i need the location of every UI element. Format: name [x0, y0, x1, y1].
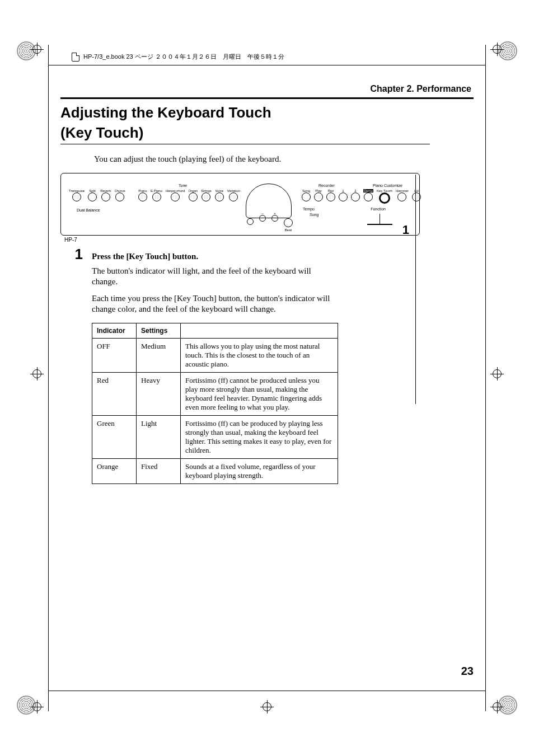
panel-model-label: HP-7 — [64, 237, 77, 243]
cell-indicator: OFF — [92, 338, 137, 372]
transpose-label: Transpose — [69, 189, 85, 192]
crosshair-icon — [32, 702, 41, 711]
step-para-2: Each time you press the [Key Touch] butt… — [92, 293, 338, 315]
source-file-text: HP-7/3_e.book 23 ページ ２００４年１月２６日 月曜日 午後５時… — [83, 53, 284, 60]
button-icon — [101, 192, 110, 201]
cell-description: Fortissimo (ff) cannot be produced unles… — [181, 372, 338, 415]
rec-song-label: Song — [302, 189, 310, 192]
button-icon — [152, 192, 161, 201]
button-icon — [115, 192, 124, 201]
hammer-label: Hammer — [396, 189, 409, 192]
piano-customize-row: Demo Key Touch Hammer Lid — [363, 196, 421, 204]
crosshair-icon — [32, 369, 41, 378]
page-icon — [72, 53, 79, 62]
table-row: Orange Fixed Sounds at a fixed volume, r… — [92, 458, 338, 483]
title-line-1: Adjusting the Keyboard Touch — [60, 105, 474, 121]
intro-paragraph: You can adjust the touch (playing feel) … — [94, 154, 474, 164]
step-1: 1 Press the [Key Touch] button. The butt… — [60, 246, 474, 321]
beat-label: Beat — [285, 228, 292, 232]
chorus-label: Chorus — [114, 189, 125, 192]
title-rule — [60, 144, 430, 144]
cell-description: Sounds at a fixed volume, regardless of … — [181, 458, 338, 483]
cell-description: This allows you to play using the most n… — [181, 338, 338, 372]
function-sub-label: Function — [371, 207, 386, 211]
button-icon — [397, 192, 406, 201]
button-icon — [284, 218, 293, 227]
cell-setting: Fixed — [137, 458, 181, 483]
lid-label: Lid — [414, 189, 419, 192]
step-heading: Press the [Key Touch] button. — [92, 252, 338, 261]
tone-variation-label: Variation — [227, 189, 240, 192]
step-para-1: The button's indicator will light, and t… — [92, 266, 338, 288]
piano-customize-label: Piano Customize — [373, 184, 402, 187]
button-icon — [215, 192, 224, 201]
tone-strings-label: Strings — [201, 189, 212, 192]
table-row: OFF Medium This allows you to play using… — [92, 338, 338, 372]
cell-indicator: Green — [92, 415, 137, 458]
cell-indicator: Red — [92, 372, 137, 415]
tone-organ-label: Organ — [188, 189, 198, 192]
chapter-heading: Chapter 2. Performance — [60, 84, 474, 94]
tone-harpsi-label: Harpsi-chord — [166, 189, 185, 192]
split-label: Split — [89, 189, 96, 192]
crosshair-icon — [263, 702, 271, 711]
title-line-2: (Key Touch) — [60, 125, 474, 142]
button-icon — [138, 192, 147, 201]
crosshair-icon — [32, 45, 41, 54]
key-touch-table: Indicator Settings OFF Medium This allow… — [92, 323, 338, 484]
table-row: Red Heavy Fortissimo (ff) cannot be prod… — [92, 372, 338, 415]
button-icon — [247, 218, 254, 225]
key-touch-button-icon — [379, 192, 390, 204]
crosshair-icon — [493, 369, 502, 378]
tempo-minus-label: – — [261, 212, 263, 215]
button-icon — [72, 192, 81, 201]
cell-setting: Medium — [137, 338, 181, 372]
cell-setting: Light — [137, 415, 181, 458]
effects-button-row: Transpose Split Reverb Chorus — [69, 196, 125, 201]
dual-balance-label: Dual Balance — [77, 208, 100, 212]
page-content: Chapter 2. Performance Adjusting the Key… — [60, 84, 474, 678]
button-icon — [351, 192, 360, 201]
key-touch-label: Key Touch — [377, 189, 392, 192]
callout-arrow-icon — [380, 214, 380, 224]
button-icon — [88, 192, 97, 201]
step-body: Press the [Key Touch] button. The button… — [92, 252, 338, 321]
rec-rec-label: Rec — [328, 189, 334, 192]
button-icon — [271, 215, 278, 222]
crop-line — [48, 65, 486, 65]
tone-epiano-label: E.Piano — [151, 189, 162, 192]
cell-indicator: Orange — [92, 458, 137, 483]
button-icon — [229, 192, 238, 201]
button-icon — [326, 192, 335, 201]
display-window-icon — [246, 184, 292, 218]
page-number: 23 — [461, 665, 474, 678]
th-description — [181, 323, 338, 338]
tempo-plus-label: + — [274, 212, 276, 215]
control-panel-diagram: Transpose Split Reverb Chorus Dual Balan… — [60, 173, 420, 236]
th-indicator: Indicator — [92, 323, 137, 338]
manual-page: HP-7/3_e.book 23 ページ ２００４年１月２６日 月曜日 午後５時… — [0, 0, 534, 756]
button-icon — [171, 192, 180, 201]
tone-button-row: Piano E.Piano Harpsi-chord Organ Strings… — [138, 196, 240, 201]
crosshair-icon — [493, 45, 502, 54]
cell-setting: Heavy — [137, 372, 181, 415]
panel-callout-number: 1 — [402, 223, 409, 237]
crop-line — [48, 45, 49, 711]
table-row: Green Light Fortissimo (ff) can be produ… — [92, 415, 338, 458]
button-icon — [259, 215, 266, 222]
step-number: 1 — [60, 246, 83, 263]
demo-label: Demo — [363, 189, 373, 192]
tone-voice-label: Voice — [215, 189, 223, 192]
tempo-sub-label: Tempo — [303, 207, 315, 211]
tempo-button-row: – + Beat — [247, 218, 293, 232]
recorder-sub-label: Song — [310, 213, 318, 217]
crosshair-icon — [493, 702, 502, 711]
button-icon — [364, 192, 373, 201]
rec-1-label: 1 — [342, 189, 344, 192]
button-icon — [202, 192, 210, 201]
tone-piano-label: Piano — [138, 189, 147, 192]
chapter-rule — [60, 97, 474, 99]
button-icon — [189, 192, 198, 201]
crop-line — [485, 45, 486, 711]
recorder-section-label: Recorder — [318, 184, 335, 187]
